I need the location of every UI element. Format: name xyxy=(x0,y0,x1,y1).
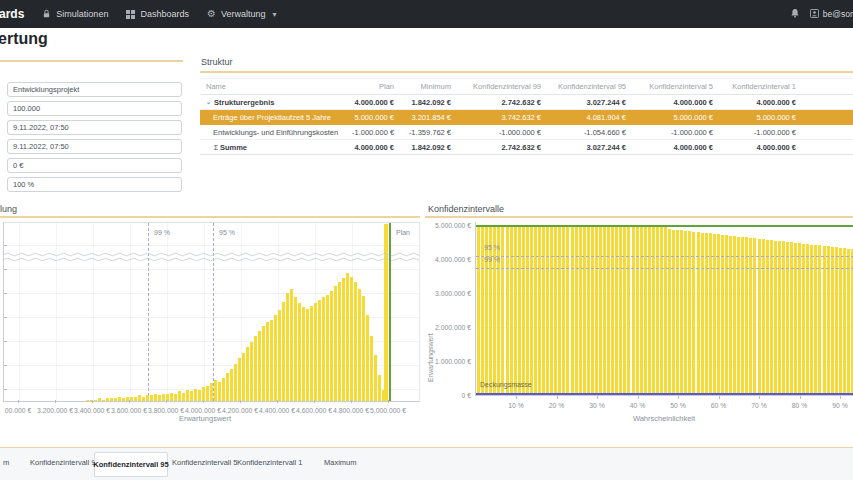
verteilung-plot: 99 %95 %Plan xyxy=(3,222,420,402)
confidence-bar xyxy=(737,237,740,395)
histogram-bar xyxy=(254,336,257,401)
gridline xyxy=(4,245,419,246)
x-tick xyxy=(166,400,167,403)
confidence-bar xyxy=(802,244,805,395)
value-cell: 1.842.092 € xyxy=(398,140,455,155)
form-field-4[interactable] xyxy=(7,158,182,173)
extra-cell xyxy=(800,125,853,140)
column-header-extra xyxy=(800,79,853,95)
value-cell: -1.000.000 € xyxy=(348,125,398,140)
confidence-bar xyxy=(522,225,525,395)
x-tick xyxy=(129,400,130,403)
tab-konfidenzintervall-5[interactable]: Konfidenzintervall 5 xyxy=(172,458,237,467)
confidence-bar xyxy=(648,225,651,395)
tab-maximum[interactable]: Maximum xyxy=(324,458,357,467)
user-badge-icon xyxy=(810,9,819,20)
value-cell: -1.000.000 € xyxy=(630,125,717,140)
confidence-bar xyxy=(506,225,509,395)
nav-item-simulationen[interactable]: Simulationen xyxy=(42,9,108,19)
confidence-bar xyxy=(843,248,846,395)
histogram-bar xyxy=(210,383,213,401)
nav-item-dashboards[interactable]: Dashboards xyxy=(126,9,189,19)
table-row[interactable]: ΣSumme4.000.000 €1.842.092 €2.742.632 €3… xyxy=(200,140,853,155)
tab-konfidenzintervall-95[interactable]: Konfidenzintervall 95 xyxy=(94,452,168,477)
value-cell: 4.000.000 € xyxy=(717,140,800,155)
histogram-bar xyxy=(226,373,229,401)
confidence-bar xyxy=(672,230,675,395)
collapse-caret-icon[interactable]: ⌄ xyxy=(206,99,211,105)
tab-konfidenzintervall-1[interactable]: Konfidenzintervall 1 xyxy=(237,458,302,467)
histogram-bar xyxy=(338,282,341,401)
x-tick-label: 30 % xyxy=(589,402,605,409)
confidence-bar xyxy=(676,230,679,395)
histogram-bar xyxy=(242,353,245,401)
histogram-bar xyxy=(206,386,209,401)
histogram-bar xyxy=(118,397,121,401)
x-tick xyxy=(388,400,389,403)
confidence-bar xyxy=(766,240,769,395)
confidence-line xyxy=(213,223,214,401)
form-field-5[interactable] xyxy=(7,177,182,192)
confidence-bar xyxy=(579,225,582,395)
histogram-bar xyxy=(298,303,301,401)
histogram-bar xyxy=(94,400,97,401)
value-cell: 3.201.854 € xyxy=(398,110,455,125)
confidence-bar xyxy=(786,242,789,395)
user-menu[interactable]: be@som xyxy=(810,9,853,20)
x-tick xyxy=(203,400,204,403)
section-underline xyxy=(200,71,853,73)
histogram-bar xyxy=(174,394,177,401)
histogram-bar xyxy=(154,394,157,401)
y-tick xyxy=(4,341,7,342)
confidence-bar xyxy=(741,237,744,395)
confidence-bar xyxy=(668,229,671,395)
nav-item-verwaltung[interactable]: ⚙ Verwaltung ▾ xyxy=(207,9,277,19)
simulation-settings-form xyxy=(0,60,183,62)
histogram-bar xyxy=(290,289,293,401)
x-tick xyxy=(277,400,278,403)
confidence-bar xyxy=(632,225,635,395)
confidence-bar xyxy=(566,225,569,395)
konf-x-axis-title: Wahrscheinlichkeit xyxy=(633,414,695,423)
form-field-0[interactable] xyxy=(7,82,182,97)
x-tick xyxy=(840,396,841,399)
table-row[interactable]: Erträge über Projektlaufzeit 5 Jahre5.00… xyxy=(200,110,853,125)
confidence-bar xyxy=(542,225,545,395)
confidence-bar xyxy=(583,225,586,395)
confidence-bar xyxy=(798,243,801,395)
brand-logo[interactable]: ards xyxy=(0,7,24,21)
histogram-bar xyxy=(350,277,353,401)
x-tick xyxy=(92,400,93,403)
x-tick-label: 3.600.000 € xyxy=(111,407,147,414)
bell-icon[interactable] xyxy=(790,5,800,23)
table-row[interactable]: ⌄Strukturergebnis4.000.000 €1.842.092 €2… xyxy=(200,95,853,110)
confidence-bar xyxy=(558,225,561,395)
form-field-3[interactable] xyxy=(7,139,182,154)
histogram-bar xyxy=(178,391,181,401)
form-field-1[interactable] xyxy=(7,101,182,116)
value-cell: 5.000.000 € xyxy=(348,110,398,125)
confidence-bar xyxy=(611,225,614,395)
extra-cell xyxy=(800,95,853,110)
value-cell: 3.742.632 € xyxy=(455,110,545,125)
histogram-bar xyxy=(150,395,153,401)
struktur-table: NamePlanMinimumKonfidenzinterval 99Konfi… xyxy=(200,78,853,155)
confidence-bar xyxy=(794,243,797,395)
histogram-bar xyxy=(142,397,145,401)
y-tick xyxy=(4,317,7,318)
table-row[interactable]: Entwicklungs- und Einführungskosten-1.00… xyxy=(200,125,853,140)
confidence-line-label: 95 % xyxy=(219,229,235,236)
confidence-bar xyxy=(725,235,728,395)
konfidenzintervalle-chart-title: Konfidenzintervalle xyxy=(428,204,504,214)
confidence-bar xyxy=(623,225,626,395)
confidence-bar xyxy=(595,225,598,395)
form-field-2[interactable] xyxy=(7,120,182,135)
plan-line-label: Plan xyxy=(396,229,410,236)
histogram-bar xyxy=(162,394,165,401)
confidence-bar xyxy=(640,225,643,395)
confidence-bar xyxy=(510,225,513,395)
tab-m[interactable]: m xyxy=(3,458,9,467)
gridline xyxy=(167,223,168,401)
tab-konfidenzintervall-99[interactable]: Konfidenzintervall 99 xyxy=(30,458,100,467)
x-tick-label: 60 % xyxy=(711,402,727,409)
